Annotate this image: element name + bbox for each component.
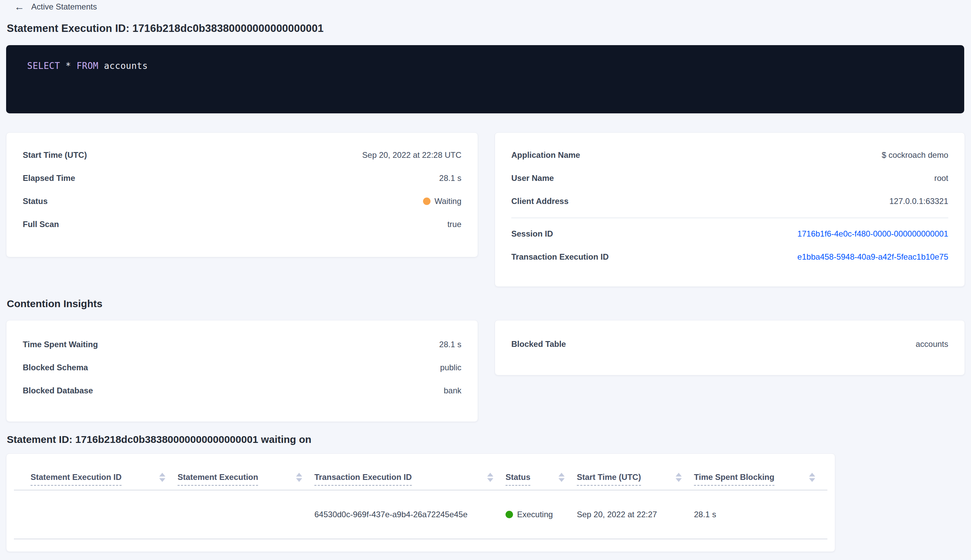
- blocked-schema-label: Blocked Schema: [23, 363, 88, 372]
- contention-insights-heading: Contention Insights: [7, 298, 103, 310]
- transaction-execution-id-label: Transaction Execution ID: [511, 252, 609, 262]
- start-time-label: Start Time (UTC): [23, 150, 87, 160]
- blocked-database-label: Blocked Database: [23, 386, 93, 395]
- application-name-row: Application Name $ cockroach demo: [495, 143, 964, 167]
- blocked-table-row: Blocked Table accounts: [495, 333, 964, 356]
- sql-statement: SELECT * FROM accounts: [27, 61, 148, 71]
- status-label: Status: [23, 197, 48, 206]
- transaction-execution-id-link[interactable]: e1bba458-5948-40a9-a42f-5feac1b10e75: [797, 252, 948, 262]
- client-address-value: 127.0.0.1:63321: [889, 197, 949, 206]
- blocked-table-card: Blocked Table accounts: [495, 320, 965, 375]
- executing-status-dot-icon: [506, 511, 513, 518]
- session-id-label: Session ID: [511, 229, 553, 238]
- sort-icon[interactable]: [809, 473, 815, 482]
- application-name-label: Application Name: [511, 150, 580, 160]
- column-header-start-time[interactable]: Start Time (UTC): [577, 472, 694, 490]
- sql-keyword-select: SELECT: [27, 61, 60, 71]
- cell-transaction-execution-id: 64530d0c-969f-437e-a9b4-26a72245e45e: [314, 510, 506, 519]
- time-spent-waiting-row: Time Spent Waiting 28.1 s: [7, 333, 478, 356]
- breadcrumb[interactable]: ← Active Statements: [14, 2, 97, 12]
- card-divider: [511, 218, 948, 218]
- time-spent-waiting-value: 28.1 s: [439, 340, 461, 349]
- elapsed-time-row: Elapsed Time 28.1 s: [7, 167, 478, 190]
- full-scan-row: Full Scan true: [7, 213, 478, 236]
- cell-start-time: Sep 20, 2022 at 22:27: [577, 510, 694, 519]
- execution-details-card: Start Time (UTC) Sep 20, 2022 at 22:28 U…: [6, 132, 478, 257]
- contention-details-card: Time Spent Waiting 28.1 s Blocked Schema…: [6, 320, 478, 422]
- sort-icon[interactable]: [296, 473, 302, 482]
- cell-status-text: Executing: [517, 510, 553, 519]
- sort-icon[interactable]: [487, 473, 493, 482]
- session-id-link[interactable]: 1716b1f6-4e0c-f480-0000-000000000001: [797, 229, 948, 238]
- full-scan-label: Full Scan: [23, 220, 59, 229]
- blocked-schema-value: public: [440, 363, 461, 372]
- column-header-time-spent-blocking[interactable]: Time Spent Blocking: [694, 472, 828, 490]
- transaction-execution-id-row: Transaction Execution ID e1bba458-5948-4…: [495, 245, 964, 268]
- client-address-label: Client Address: [511, 197, 568, 206]
- status-value: Waiting: [423, 197, 461, 206]
- column-header-transaction-execution-id[interactable]: Transaction Execution ID: [314, 472, 506, 490]
- breadcrumb-label: Active Statements: [31, 2, 97, 12]
- session-id-row: Session ID 1716b1f6-4e0c-f480-0000-00000…: [495, 222, 964, 245]
- session-details-card: Application Name $ cockroach demo User N…: [495, 132, 965, 287]
- back-arrow-icon: ←: [14, 2, 25, 12]
- statement-execution-details-page: ← Active Statements Statement Execution …: [0, 0, 971, 560]
- blocked-table-value: accounts: [916, 339, 948, 349]
- page-title: Statement Execution ID: 1716b218dc0b3838…: [7, 22, 324, 35]
- table-header-row: Statement Execution ID Statement Executi…: [14, 454, 828, 490]
- time-spent-waiting-label: Time Spent Waiting: [23, 340, 98, 349]
- sql-keyword-from: FROM: [77, 61, 98, 71]
- user-name-row: User Name root: [495, 167, 964, 190]
- start-time-value: Sep 20, 2022 at 22:28 UTC: [362, 150, 461, 160]
- cell-time-spent-blocking: 28.1 s: [694, 510, 828, 519]
- waiting-on-table: Statement Execution ID Statement Executi…: [6, 453, 835, 552]
- blocked-database-row: Blocked Database bank: [7, 379, 478, 402]
- blocked-database-value: bank: [444, 386, 461, 395]
- user-name-label: User Name: [511, 173, 554, 183]
- sort-icon[interactable]: [676, 473, 682, 482]
- cell-status: Executing: [506, 510, 577, 519]
- sort-icon[interactable]: [559, 473, 565, 482]
- status-text: Waiting: [435, 197, 461, 206]
- waiting-on-heading: Statement ID: 1716b218dc0b38380000000000…: [7, 434, 311, 445]
- user-name-value: root: [934, 173, 948, 183]
- start-time-row: Start Time (UTC) Sep 20, 2022 at 22:28 U…: [7, 143, 478, 167]
- elapsed-time-value: 28.1 s: [439, 173, 461, 183]
- sort-icon[interactable]: [159, 473, 165, 482]
- table-row: 64530d0c-969f-437e-a9b4-26a72245e45e Exe…: [14, 490, 828, 539]
- elapsed-time-label: Elapsed Time: [23, 173, 75, 183]
- column-header-status[interactable]: Status: [506, 472, 577, 490]
- status-row: Status Waiting: [7, 190, 478, 213]
- application-name-value: $ cockroach demo: [882, 150, 948, 160]
- column-header-statement-execution-id[interactable]: Statement Execution ID: [30, 472, 178, 490]
- sql-statement-box: SELECT * FROM accounts: [6, 45, 964, 113]
- sql-table-name: accounts: [104, 61, 148, 71]
- sql-star: *: [65, 61, 71, 71]
- waiting-status-dot-icon: [423, 198, 430, 205]
- full-scan-value: true: [447, 220, 461, 229]
- column-header-statement-execution[interactable]: Statement Execution: [178, 472, 314, 490]
- blocked-schema-row: Blocked Schema public: [7, 356, 478, 379]
- blocked-table-label: Blocked Table: [511, 339, 566, 349]
- client-address-row: Client Address 127.0.0.1:63321: [495, 190, 964, 213]
